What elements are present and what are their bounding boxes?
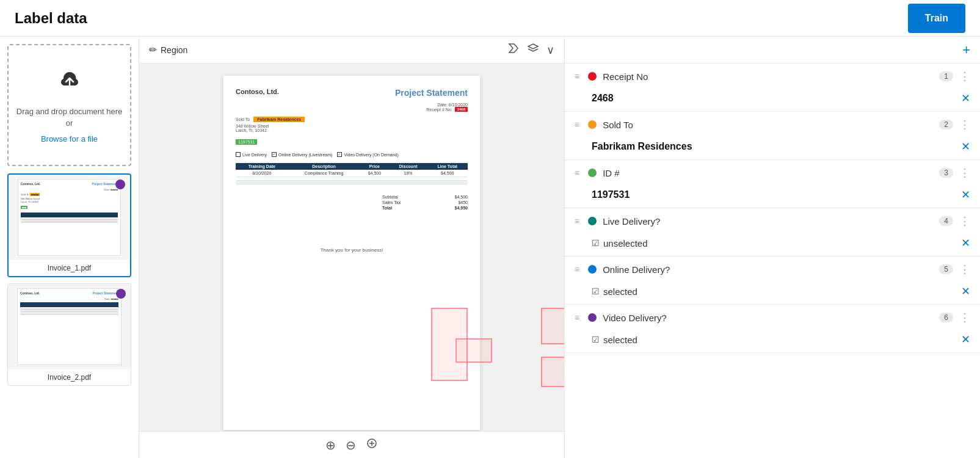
pink-box-4 — [431, 308, 468, 381]
doc-title: Project Statement — [395, 88, 468, 98]
label-remove-2[interactable]: ✕ — [961, 140, 970, 153]
label-item-1: ≡ Receipt No 1 ⋮ 2468 ✕ — [565, 64, 980, 112]
label-more-3[interactable]: ⋮ — [959, 166, 970, 180]
label-count-5: 5 — [939, 264, 953, 274]
drag-handle-6[interactable]: ≡ — [575, 313, 579, 322]
chevron-down-icon[interactable]: ∨ — [546, 43, 554, 57]
doc-delivery-row: Live Delivery Online Delivery (Livestrea… — [236, 152, 468, 157]
zoom-out-icon[interactable]: ⊖ — [346, 438, 356, 453]
drag-handle-2[interactable]: ≡ — [575, 120, 579, 129]
layers-icon[interactable] — [527, 42, 539, 57]
pink-box-1 — [541, 308, 564, 344]
train-button[interactable]: Train — [908, 4, 965, 33]
label-item-6: ≡ Video Delivery? 6 ⋮ ☑ selected ✕ — [565, 305, 980, 353]
document-page: Contoso, Ltd. Project Statement Date: 8/… — [223, 76, 480, 430]
label-remove-3[interactable]: ✕ — [961, 188, 970, 202]
doc-address: 348 Willow StreetLarch, TI, 10342 — [236, 124, 468, 133]
sold-to-highlight: Fabrikam Residences — [253, 117, 305, 122]
zoom-in-icon[interactable]: ⊕ — [325, 438, 336, 453]
label-item-4: ≡ Live Delivery? 4 ⋮ ☑ unselected ✕ — [565, 208, 980, 256]
page-title: Label data — [15, 10, 87, 27]
label-header-6: ≡ Video Delivery? 6 ⋮ — [565, 305, 980, 330]
label-header-4: ≡ Live Delivery? 4 ⋮ — [565, 208, 980, 234]
online-delivery-check — [272, 152, 277, 157]
region-draw-icon: ✏ — [149, 44, 157, 56]
label-remove-4[interactable]: ✕ — [961, 236, 970, 250]
drag-handle-3[interactable]: ≡ — [575, 168, 579, 178]
checkbox-row-5: ☑ selected ✕ — [565, 282, 980, 304]
live-delivery-check — [236, 152, 241, 157]
label-more-1[interactable]: ⋮ — [959, 70, 970, 83]
label-value-row-2: Fabrikam Residences ✕ — [565, 137, 980, 159]
page-header: Label data Train — [0, 0, 980, 37]
toolbar-icons: ∨ — [507, 42, 554, 57]
checkbox-value-6: selected — [603, 335, 957, 345]
label-remove-5[interactable]: ✕ — [961, 285, 970, 298]
file-thumbnail-2[interactable]: Contoso, Ltd. Project Statement Date: ■■… — [7, 283, 131, 386]
pink-box-2 — [541, 357, 564, 387]
label-name-6: Video Delivery? — [603, 313, 931, 323]
label-remove-1[interactable]: ✕ — [961, 92, 970, 105]
file-thumbnail-1[interactable]: Contoso, Ltd. Project Statement Date: ■■… — [7, 173, 131, 277]
label-header-5: ≡ Online Delivery? 5 ⋮ — [565, 256, 980, 282]
label-dot-2 — [588, 120, 597, 129]
label-value-1: 2468 — [592, 93, 614, 104]
label-value-2: Fabrikam Residences — [592, 141, 692, 152]
document-viewer: Contoso, Ltd. Project Statement Date: 8/… — [139, 64, 564, 431]
right-panel: + ≡ Receipt No 1 ⋮ 2468 ✕ ≡ Sold To 2 ⋮ … — [565, 37, 980, 458]
label-name-2: Sold To — [603, 120, 931, 130]
browse-link[interactable]: Browse for a file — [41, 134, 98, 144]
label-header-2: ≡ Sold To 2 ⋮ — [565, 112, 980, 137]
file-name-2: Invoice_2.pdf — [8, 369, 131, 385]
drag-handle-5[interactable]: ≡ — [575, 264, 579, 274]
thumb-dot-1 — [115, 180, 125, 189]
label-dot-1 — [588, 72, 597, 81]
label-count-6: 6 — [939, 313, 953, 322]
label-more-6[interactable]: ⋮ — [959, 311, 970, 324]
fit-icon[interactable] — [366, 437, 378, 453]
upload-drag-text: Drag and drop document here or — [16, 106, 123, 129]
doc-table: Training Date Description Price Discount… — [236, 163, 468, 184]
label-count-3: 3 — [939, 168, 953, 178]
label-dot-5 — [588, 265, 597, 274]
drag-handle-1[interactable]: ≡ — [575, 71, 579, 81]
checkbox-icon-6: ☑ — [592, 335, 600, 344]
cloud-upload-icon — [54, 67, 85, 98]
label-dot-3 — [588, 169, 597, 177]
file-name-1: Invoice_1.pdf — [9, 260, 130, 276]
left-panel: Drag and drop document here or Browse fo… — [0, 37, 139, 458]
label-icon[interactable] — [507, 42, 520, 57]
main-layout: Drag and drop document here or Browse fo… — [0, 37, 980, 458]
doc-company: Contoso, Ltd. — [236, 88, 279, 95]
checkbox-icon-4: ☑ — [592, 238, 600, 248]
label-header-1: ≡ Receipt No 1 ⋮ — [565, 64, 980, 89]
label-item-3: ≡ ID # 3 ⋮ 1197531 ✕ — [565, 160, 980, 208]
label-item-2: ≡ Sold To 2 ⋮ Fabrikam Residences ✕ — [565, 112, 980, 160]
region-tool[interactable]: ✏ Region — [149, 44, 187, 56]
center-panel: ✏ Region ∨ — [139, 37, 565, 458]
label-name-4: Live Delivery? — [603, 216, 931, 227]
label-count-2: 2 — [939, 120, 953, 129]
checkbox-value-4: unselected — [603, 238, 957, 249]
label-value-row-1: 2468 ✕ — [565, 89, 980, 111]
label-name-5: Online Delivery? — [603, 264, 931, 275]
drag-handle-4[interactable]: ≡ — [575, 216, 579, 226]
label-item-5: ≡ Online Delivery? 5 ⋮ ☑ selected ✕ — [565, 256, 980, 305]
label-dot-6 — [588, 313, 597, 322]
checkbox-row-4: ☑ unselected ✕ — [565, 234, 980, 256]
label-header-3: ≡ ID # 3 ⋮ — [565, 160, 980, 186]
label-count-1: 1 — [939, 71, 953, 81]
label-more-2[interactable]: ⋮ — [959, 118, 970, 131]
region-label: Region — [161, 45, 187, 55]
center-footer: ⊕ ⊖ — [139, 431, 564, 458]
checkbox-value-5: selected — [603, 286, 957, 297]
label-more-5[interactable]: ⋮ — [959, 263, 970, 276]
upload-zone[interactable]: Drag and drop document here or Browse fo… — [7, 44, 131, 166]
checkbox-row-6: ☑ selected ✕ — [565, 330, 980, 352]
label-remove-6[interactable]: ✕ — [961, 333, 970, 346]
add-label-button[interactable]: + — [962, 42, 970, 58]
id-highlight: 1197531 — [236, 139, 257, 145]
label-more-4[interactable]: ⋮ — [959, 214, 970, 228]
label-name-1: Receipt No — [603, 71, 931, 82]
thumb-image-2: Contoso, Ltd. Project Statement Date: ■■… — [8, 284, 131, 369]
